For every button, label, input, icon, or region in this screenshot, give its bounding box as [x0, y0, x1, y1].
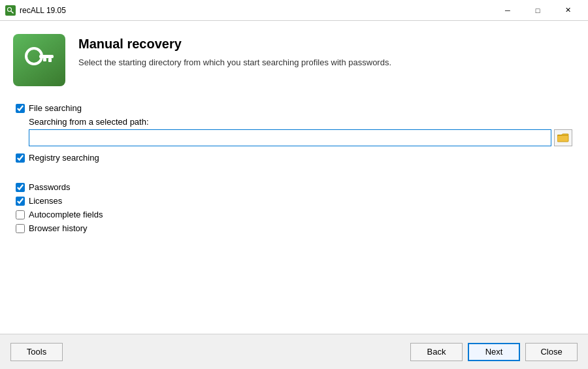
title-bar-left: recALL 19.05 [5, 5, 66, 16]
file-searching-checkbox[interactable] [16, 104, 25, 113]
next-button[interactable]: Next [468, 343, 520, 361]
browse-button[interactable] [554, 129, 572, 146]
dialog-header: Manual recovery Select the starting dire… [0, 21, 588, 97]
svg-rect-2 [12, 12, 13, 12]
back-button[interactable]: Back [410, 343, 463, 361]
checkboxes-group: Passwords Licenses Autocomplete fields B… [16, 182, 572, 233]
dialog-content: File searching Searching from a selected… [0, 97, 588, 334]
registry-searching-row: Registry searching [16, 153, 572, 163]
title-bar: recALL 19.05 ─ □ ✕ [0, 0, 588, 21]
licenses-row: Licenses [16, 196, 572, 206]
file-searching-row: File searching [16, 103, 572, 113]
file-searching-label[interactable]: File searching [29, 103, 82, 113]
svg-rect-5 [48, 58, 52, 62]
browser-history-row: Browser history [16, 223, 572, 233]
svg-rect-4 [39, 55, 54, 58]
key-icon [21, 42, 57, 78]
dialog-header-text: Manual recovery Select the starting dire… [78, 34, 391, 69]
footer-left: Tools [10, 343, 63, 361]
dialog-subtitle: Select the starting directory from which… [78, 57, 391, 69]
maximize-button[interactable]: □ [523, 4, 553, 17]
browser-history-label[interactable]: Browser history [29, 223, 88, 233]
title-bar-controls: ─ □ ✕ [493, 4, 583, 17]
path-input[interactable] [29, 129, 551, 146]
licenses-label[interactable]: Licenses [29, 196, 62, 206]
svg-rect-7 [557, 135, 568, 142]
registry-searching-checkbox[interactable] [16, 153, 25, 163]
registry-searching-label[interactable]: Registry searching [29, 153, 99, 163]
dialog-logo [13, 34, 65, 86]
path-label: Searching from a selected path: [29, 117, 572, 127]
path-section: Searching from a selected path: [29, 117, 572, 146]
autocomplete-checkbox[interactable] [16, 210, 25, 219]
svg-rect-6 [43, 58, 46, 61]
passwords-label[interactable]: Passwords [29, 182, 71, 192]
app-title: recALL 19.05 [20, 6, 66, 15]
app-icon [5, 5, 16, 16]
folder-icon [557, 133, 569, 142]
passwords-checkbox[interactable] [16, 183, 25, 192]
path-input-row [29, 129, 572, 146]
autocomplete-row: Autocomplete fields [16, 210, 572, 219]
licenses-checkbox[interactable] [16, 197, 25, 206]
passwords-row: Passwords [16, 182, 572, 192]
minimize-button[interactable]: ─ [493, 4, 523, 17]
tools-button[interactable]: Tools [10, 343, 63, 361]
autocomplete-label[interactable]: Autocomplete fields [29, 210, 103, 219]
close-window-button[interactable]: ✕ [553, 4, 583, 17]
svg-point-0 [8, 7, 12, 11]
close-button[interactable]: Close [525, 343, 578, 361]
dialog-title: Manual recovery [78, 37, 391, 52]
dialog-body: Manual recovery Select the starting dire… [0, 21, 588, 334]
browser-history-checkbox[interactable] [16, 224, 25, 233]
footer-right: Back Next Close [410, 343, 578, 361]
dialog-footer: Tools Back Next Close [0, 334, 588, 369]
